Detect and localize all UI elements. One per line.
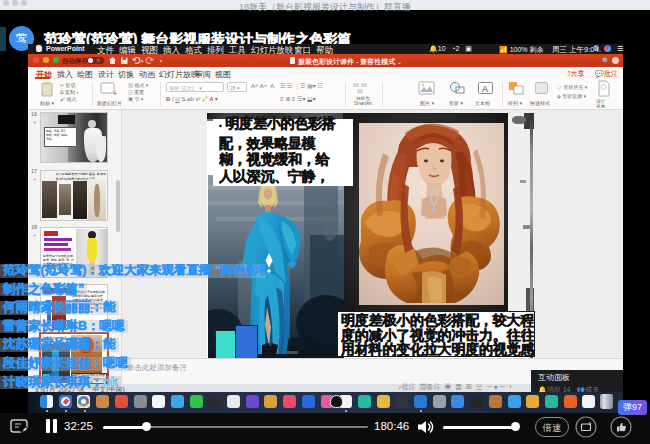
svg-text:A: A	[482, 84, 488, 94]
svg-text:+: +	[113, 90, 117, 97]
svg-text:▾: ▾	[141, 58, 144, 64]
